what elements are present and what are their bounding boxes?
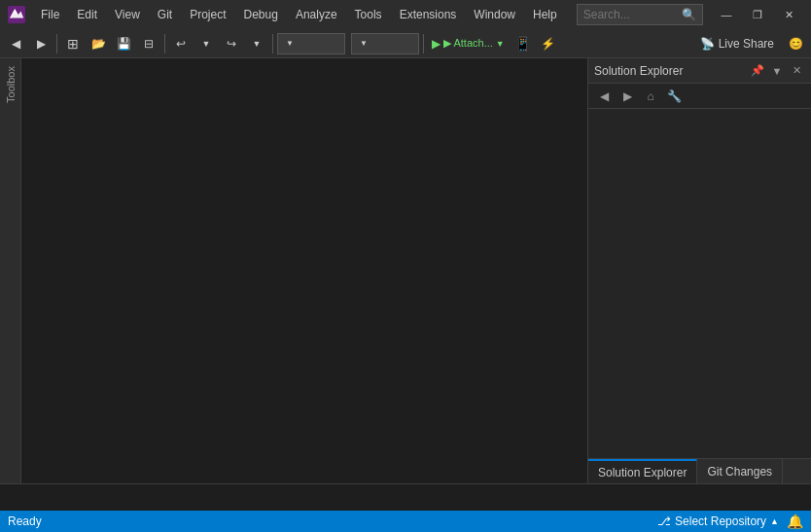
se-close-button[interactable]: ✕	[788, 62, 805, 80]
minimize-button[interactable]: —	[712, 5, 741, 24]
search-input[interactable]	[583, 8, 682, 21]
live-share-icon: 📡	[700, 37, 715, 51]
se-forward-button[interactable]: ▶	[617, 87, 637, 106]
solution-explorer-panel: Solution Explorer 📌 ▼ ✕ ◀ ▶ ⌂ 🔧 Solution…	[587, 58, 811, 483]
toolbar-separator-4	[423, 34, 424, 53]
play-icon: ▶	[432, 37, 441, 51]
se-home-button[interactable]: ⌂	[641, 87, 660, 106]
select-repo-label: Select Repository	[675, 514, 766, 528]
close-button[interactable]: ✕	[774, 5, 803, 24]
attach-label: ▶ Attach...	[443, 37, 493, 50]
new-project-button[interactable]: ⊞	[61, 32, 85, 55]
menu-tools[interactable]: Tools	[349, 4, 388, 25]
solution-explorer-title: Solution Explorer	[594, 64, 749, 78]
tab-solution-explorer[interactable]: Solution Explorer	[588, 459, 697, 483]
live-share-label: Live Share	[719, 37, 774, 51]
undo-button[interactable]: ↩	[169, 32, 193, 55]
menu-analyze[interactable]: Analyze	[290, 4, 343, 25]
menu-extensions[interactable]: Extensions	[394, 4, 463, 25]
menu-project[interactable]: Project	[184, 4, 231, 25]
config-dropdown[interactable]: ▼	[277, 33, 345, 54]
vs-logo-icon	[8, 6, 25, 23]
solution-explorer-content	[588, 109, 811, 458]
attach-dropdown-arrow[interactable]: ▼	[496, 39, 505, 49]
feedback-button[interactable]: 😊	[784, 32, 807, 55]
menu-view[interactable]: View	[109, 4, 146, 25]
title-bar: File Edit View Git Project Debug Analyze…	[0, 0, 811, 29]
toolbar: ◀ ▶ ⊞ 📂 💾 ⊟ ↩ ▼ ↪ ▼ ▼ ▼ ▶ ▶ Attach... ▼ …	[0, 29, 811, 58]
toolbar-separator-1	[56, 34, 57, 53]
select-repo-arrow-icon: ▲	[770, 516, 779, 526]
redo-button[interactable]: ↪	[220, 32, 243, 55]
undo-dropdown[interactable]: ▼	[194, 32, 218, 55]
main-area: Toolbox Solution Explorer 📌 ▼ ✕ ◀ ▶ ⌂ 🔧 …	[0, 58, 811, 483]
platform-dropdown[interactable]: ▼	[351, 33, 419, 54]
se-dropdown-button[interactable]: ▼	[768, 62, 786, 80]
tab-manager-button[interactable]: ⊟	[137, 32, 160, 55]
solution-explorer-bottom-tabs: Solution Explorer Git Changes	[588, 458, 811, 483]
bottom-area	[0, 483, 811, 511]
window-controls: — ❐ ✕	[712, 5, 803, 24]
select-repo-icon: ⎇	[657, 514, 671, 528]
start-debugging-button[interactable]: ▶ ▶ Attach... ▼	[428, 32, 509, 55]
redo-dropdown[interactable]: ▼	[245, 32, 268, 55]
solution-explorer-header: Solution Explorer 📌 ▼ ✕	[588, 58, 811, 84]
notifications-button[interactable]: 🔔	[787, 514, 803, 529]
menu-help[interactable]: Help	[527, 4, 563, 25]
save-button[interactable]: 💾	[112, 32, 135, 55]
se-properties-button[interactable]: 🔧	[664, 87, 684, 106]
menu-file[interactable]: File	[35, 4, 65, 25]
open-file-button[interactable]: 📂	[87, 32, 110, 55]
editor-area[interactable]	[21, 58, 587, 483]
menu-git[interactable]: Git	[152, 4, 178, 25]
menu-edit[interactable]: Edit	[71, 4, 103, 25]
se-pin-button[interactable]: 📌	[749, 62, 766, 80]
restore-button[interactable]: ❐	[743, 5, 772, 24]
select-repository-button[interactable]: ⎇ Select Repository ▲	[657, 514, 779, 528]
config-dropdown-arrow: ▼	[286, 39, 294, 48]
status-bar: Ready ⎇ Select Repository ▲ 🔔	[0, 511, 811, 532]
se-back-button[interactable]: ◀	[594, 87, 614, 106]
live-share-button[interactable]: 📡 Live Share	[692, 32, 782, 55]
status-bar-right: ⎇ Select Repository ▲ 🔔	[657, 514, 803, 529]
performance-button[interactable]: ⚡	[537, 32, 560, 55]
search-box[interactable]: 🔍	[577, 4, 703, 25]
toolbar-separator-2	[164, 34, 165, 53]
solution-explorer-toolbar: ◀ ▶ ⌂ 🔧	[588, 84, 811, 109]
toolbox-label: Toolbox	[5, 66, 17, 103]
menu-window[interactable]: Window	[468, 4, 521, 25]
search-icon: 🔍	[682, 8, 696, 21]
menu-debug[interactable]: Debug	[238, 4, 284, 25]
status-ready-text: Ready	[8, 514, 42, 528]
toolbox-panel[interactable]: Toolbox	[0, 58, 21, 483]
forward-button[interactable]: ▶	[29, 32, 53, 55]
tab-git-changes[interactable]: Git Changes	[697, 459, 783, 483]
back-button[interactable]: ◀	[4, 32, 27, 55]
toolbar-separator-3	[272, 34, 273, 53]
platform-dropdown-arrow: ▼	[360, 39, 368, 48]
device-button[interactable]: 📱	[511, 32, 535, 55]
solution-explorer-controls: 📌 ▼ ✕	[749, 62, 805, 80]
